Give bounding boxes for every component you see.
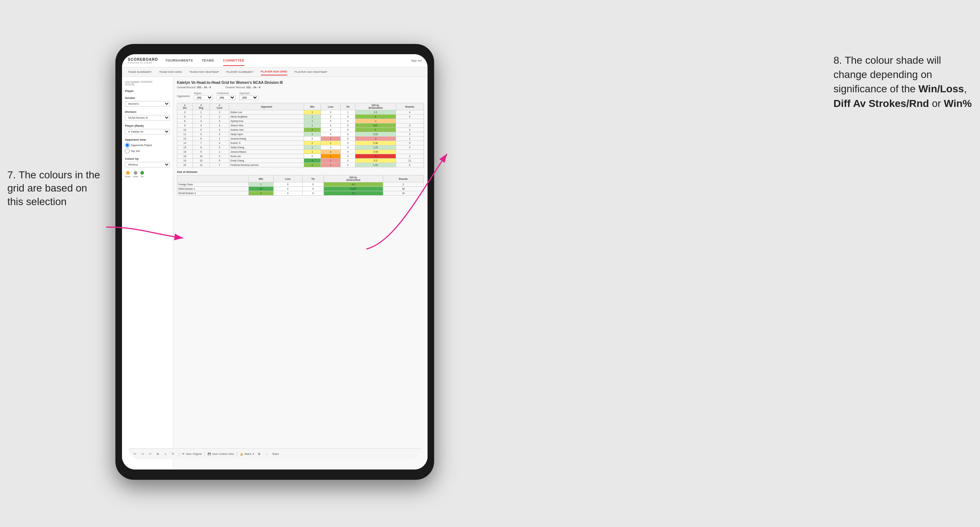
save-icon: 💾 (208, 452, 211, 456)
legend-level-dot (134, 171, 137, 175)
division-select[interactable]: NCAA Division III (125, 115, 170, 121)
table-row: 13 6 1 Jessica Huang 0 1 0 -3 2 (177, 137, 424, 141)
cell-rounds (396, 150, 423, 154)
filter-conference-select[interactable]: (All) (216, 95, 235, 100)
nav-sign-out[interactable]: Sign out (411, 59, 422, 62)
cell-win: 2 (304, 141, 321, 145)
nav-items: TOURNAMENTS TEAMS COMMITTEE (165, 56, 411, 66)
opponents-played-input[interactable] (125, 143, 130, 148)
cell-win: 2 (304, 128, 321, 132)
gender-select[interactable]: Women's (125, 101, 170, 106)
cell-win: 1 (304, 145, 321, 150)
copy-button[interactable]: ⧉ (155, 452, 161, 457)
share-button[interactable]: Share (272, 452, 279, 455)
ood-col-diff: Diff AvStrokes/Rnd (323, 175, 383, 183)
colour-by-select[interactable]: Win/loss (125, 162, 170, 167)
cell-tie: 0 (341, 132, 355, 137)
cell-diff: 3.67 (355, 124, 396, 128)
legend: Down Level Up (125, 171, 170, 178)
sub-nav-player-summary[interactable]: PLAYER SUMMARY (226, 69, 253, 75)
division-record-value: 331 - 34 - 6 (246, 86, 260, 89)
col-div: #Div (177, 103, 193, 110)
cell-reg: 4 (192, 124, 210, 128)
annotation-left-text: 7. The colours in the grid are based on … (7, 169, 100, 207)
watch-icon: 🔔 (240, 452, 243, 456)
cell-reg: 11 (192, 163, 210, 167)
filter-region-label: Region (194, 92, 213, 94)
cell-rounds (396, 119, 423, 124)
left-panel: Last Updated: 27/03/2024 16:55:38 Player… (122, 77, 173, 470)
cell-win: 2 (304, 163, 321, 167)
overall-record-label: Overall Record: (177, 86, 196, 89)
cell-diff: -0.94 (355, 150, 396, 154)
sub-nav-player-h2h-grid[interactable]: PLAYER H2H GRID (261, 68, 287, 75)
opponents-filter-label: Opponents: (177, 95, 190, 97)
refresh-button[interactable]: ↻ (170, 452, 176, 456)
cell-loss: 2 (321, 141, 340, 145)
toolbar-divider-1 (179, 452, 179, 457)
table-row: 20 11 7 Federica Domecq Lacroze 2 1 0 1.… (177, 163, 424, 167)
cell-diff: -1 (355, 119, 396, 124)
ood-cell-name: NCAA Division 2 (177, 191, 249, 195)
view-original-button[interactable]: 👁 View: Original (182, 452, 202, 455)
top-100-radio[interactable]: Top 100 (125, 149, 170, 154)
colour-by-section: Colour by Win/loss (125, 157, 170, 167)
toolbar-extra-2[interactable]: ⋮ (264, 452, 270, 456)
col-win: Win (304, 103, 321, 110)
save-custom-view-button[interactable]: 💾 Save Custom View (208, 452, 234, 456)
cell-conf: 2 (210, 154, 229, 159)
top-100-input[interactable] (125, 149, 130, 154)
nav-item-tournaments[interactable]: TOURNAMENTS (165, 56, 193, 66)
player-rank-label: Player (Rank) (125, 124, 170, 127)
watch-button[interactable]: 🔔 Watch ▾ (240, 452, 254, 456)
overall-record: Overall Record: 353 - 34 - 6 (177, 86, 211, 89)
cell-reg: 9 (192, 150, 210, 154)
undo-button[interactable]: ↩ (132, 452, 138, 456)
player-rank-select[interactable]: 8. Katelyn Vo (125, 129, 170, 134)
ood-table-row: Foreign Team 1 0 0 4.5 2 (177, 183, 424, 187)
cell-win: 1 (304, 119, 321, 124)
cell-loss: 0 (321, 119, 340, 124)
cell-rounds: 2 (396, 154, 423, 159)
table-row: 18 10 2 Euna Lee 0 1 0 -5 2 (177, 154, 424, 159)
opponents-played-radio[interactable]: Opponents Played (125, 143, 170, 148)
sub-nav-team-summary[interactable]: TEAM SUMMARY (128, 69, 152, 75)
col-reg: #Reg (192, 103, 210, 110)
sub-nav: TEAM SUMMARY TEAM H2H GRID TEAM H2H HEAT… (122, 67, 428, 77)
cell-tie: 0 (341, 119, 355, 124)
filter-region-select[interactable]: (All) (194, 95, 213, 100)
cell-div: 3 (177, 110, 193, 114)
ood-cell-diff: 7.4 (323, 191, 383, 195)
cell-opponent: Esther Lee (229, 110, 304, 114)
legend-down-dot (126, 171, 130, 175)
cell-diff: 4 (355, 128, 396, 132)
cell-rounds: 4 (396, 145, 423, 150)
redo-button[interactable]: ↪ (140, 452, 145, 456)
table-header-row: #Div #Reg #Conf Opponent Win Loss Tie Di… (177, 103, 424, 110)
cell-reg: 10 (192, 154, 210, 159)
toolbar-extra-1[interactable]: ⊞ (256, 452, 262, 456)
ood-col-rounds: Rounds (383, 175, 423, 183)
col-diff: Diff AvStrokes/Rnd (355, 103, 396, 110)
annotation-left: 7. The colours in the grid are based on … (7, 168, 103, 208)
cell-conf: 4 (210, 141, 229, 145)
ood-cell-win: 15 (249, 187, 273, 191)
ood-cell-loss: 0 (273, 187, 302, 191)
last-updated-time: 16:55:38 (125, 83, 134, 86)
cell-diff: 1.33 (355, 163, 396, 167)
sub-nav-player-h2h-heatmap[interactable]: PLAYER H2H HEATMAP (294, 69, 328, 75)
nav-item-teams[interactable]: TEAMS (202, 56, 214, 66)
forward-button[interactable]: ↩ (148, 452, 153, 456)
sub-nav-team-h2h-grid[interactable]: TEAM H2H GRID (159, 69, 182, 75)
ood-cell-win: 5 (249, 191, 273, 195)
cell-diff: 1.5 (355, 110, 396, 114)
table-row: 19 10 6 Emily Chang 4 1 0 0.3 11 (177, 159, 424, 163)
paste-button[interactable]: ⌅ (163, 452, 168, 456)
toolbar-divider-2 (204, 452, 205, 457)
sub-nav-team-h2h-heatmap[interactable]: TEAM H2H HEATMAP (189, 69, 219, 75)
grid-title: Katelyn Vo Head-to-Head Grid for Women's… (177, 81, 424, 84)
nav-item-committee[interactable]: COMMITTEE (223, 56, 245, 66)
cell-rounds: 11 (396, 159, 423, 163)
filter-opponent-select[interactable]: (All) (239, 95, 258, 100)
ood-cell-diff: 4.5 (323, 183, 383, 187)
